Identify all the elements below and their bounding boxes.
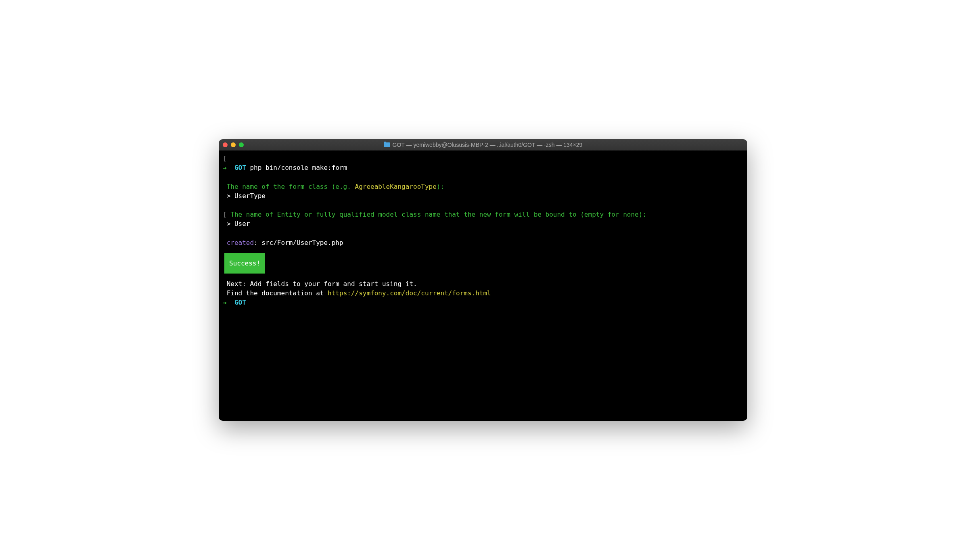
prompt-arrow-icon: → (223, 164, 227, 171)
command-text: php bin/console make:form (250, 164, 347, 171)
blank-line (223, 229, 743, 238)
blank-line (223, 201, 743, 210)
maximize-button[interactable] (239, 142, 244, 147)
doc-prefix: Find the documentation at (223, 289, 328, 297)
blank-line (223, 172, 743, 182)
created-label: created (223, 239, 254, 247)
answer-value: UserType (234, 192, 266, 200)
next-line-2: Find the documentation at https://symfon… (223, 288, 743, 298)
terminal-window: GOT — yemiwebby@Olususis-MBP-2 — ..ial/a… (219, 139, 747, 421)
question-form-name: The name of the form class (e.g. Agreeab… (223, 182, 743, 191)
created-line: created: src/Form/UserType.php (223, 238, 743, 247)
answer-form-name: > UserType (223, 191, 743, 201)
titlebar: GOT — yemiwebby@Olususis-MBP-2 — ..ial/a… (219, 139, 747, 150)
cwd-label: GOT (234, 164, 246, 171)
bracket-row: [ The name of Entity or fully qualified … (223, 210, 743, 219)
prompt-line-1: → GOT php bin/console make:form (223, 163, 743, 172)
window-title-area: GOT — yemiwebby@Olususis-MBP-2 — ..ial/a… (219, 142, 747, 148)
success-text: Success! (229, 259, 260, 267)
answer-prompt: > (223, 220, 234, 228)
created-path: src/Form/UserType.php (261, 239, 343, 247)
question-suffix: ): (437, 183, 444, 190)
doc-link[interactable]: https://symfony.com/doc/current/forms.ht… (328, 289, 491, 297)
window-title: GOT — yemiwebby@Olususis-MBP-2 — ..ial/a… (393, 142, 583, 148)
traffic-lights (223, 142, 244, 147)
folder-icon (384, 142, 390, 147)
close-button[interactable] (223, 142, 228, 147)
answer-entity: > User (223, 219, 743, 228)
success-badge: Success! (224, 253, 265, 274)
question-entity: The name of Entity or fully qualified mo… (227, 211, 646, 218)
prompt-line-2: → GOT (223, 298, 743, 307)
cwd-label: GOT (234, 299, 246, 306)
question-example: AgreeableKangarooType (355, 183, 437, 190)
bracket-top: [ (223, 154, 743, 163)
answer-prompt: > (223, 192, 234, 200)
minimize-button[interactable] (231, 142, 236, 147)
answer-value: User (234, 220, 250, 228)
prompt-arrow-icon: → (223, 299, 227, 306)
created-sep: : (254, 239, 261, 247)
question-prefix: The name of the form class (e.g. (223, 183, 355, 190)
terminal-body[interactable]: [ → GOT php bin/console make:form The na… (219, 150, 747, 421)
next-line-1: Next: Add fields to your form and start … (223, 279, 743, 288)
